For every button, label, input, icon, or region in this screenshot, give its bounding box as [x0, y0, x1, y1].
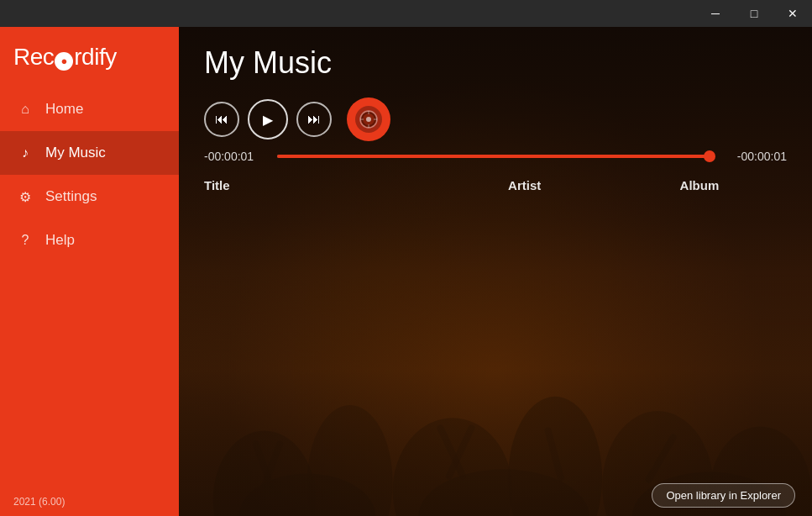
logo-post: rdify [74, 44, 116, 70]
sidebar-item-help[interactable]: ?Help [0, 219, 179, 262]
settings-icon: ⚙ [17, 189, 34, 205]
col-header-artist: Artist [437, 178, 612, 192]
track-list-header: Title Artist Album [179, 170, 812, 201]
disc-inner [355, 106, 382, 133]
play-button[interactable]: ▶ [248, 99, 288, 140]
progress-track[interactable] [277, 155, 714, 158]
progress-area: -00:00:01 -00:00:01 [179, 150, 812, 163]
disc-svg [359, 110, 378, 129]
svg-point-16 [366, 117, 371, 122]
sidebar: Rec●rdify ⌂Home♪My Music⚙Settings?Help 2… [0, 27, 179, 516]
sidebar-nav: ⌂Home♪My Music⚙Settings?Help [0, 87, 179, 262]
app-logo: Rec●rdify [13, 44, 117, 71]
sidebar-item-label-my-music: My Music [45, 145, 106, 161]
sidebar-item-my-music[interactable]: ♪My Music [0, 131, 179, 175]
page-title: My Music [179, 27, 812, 89]
next-button[interactable]: ⏭ [296, 102, 332, 137]
disc-icon[interactable] [347, 97, 390, 141]
maximize-button[interactable]: □ [735, 0, 773, 27]
logo-pre: Rec [13, 44, 54, 70]
time-remaining: -00:00:01 [724, 150, 787, 163]
bottom-bar: Open library in Explorer [179, 475, 812, 516]
help-icon: ? [17, 233, 34, 248]
main-content: My Music ⏮ ▶ ⏭ [179, 27, 812, 516]
close-button[interactable]: ✕ [773, 0, 812, 27]
content-area: My Music ⏮ ▶ ⏭ [179, 27, 812, 516]
logo-icon: ● [55, 52, 73, 71]
sidebar-item-home[interactable]: ⌂Home [0, 87, 179, 131]
title-bar: ─ □ ✕ [0, 0, 812, 27]
sidebar-item-settings[interactable]: ⚙Settings [0, 175, 179, 219]
my-music-icon: ♪ [17, 145, 34, 161]
app-container: Rec●rdify ⌂Home♪My Music⚙Settings?Help 2… [0, 27, 812, 516]
sidebar-item-label-help: Help [45, 232, 75, 249]
open-library-button[interactable]: Open library in Explorer [652, 483, 795, 508]
col-header-title: Title [204, 178, 437, 192]
sidebar-version: 2021 (6.00) [0, 487, 179, 516]
sidebar-item-label-home: Home [45, 101, 83, 118]
sidebar-item-label-settings: Settings [45, 188, 97, 205]
previous-button[interactable]: ⏮ [204, 102, 239, 137]
progress-fill [277, 155, 710, 158]
home-icon: ⌂ [17, 102, 34, 117]
progress-thumb[interactable] [704, 150, 715, 162]
time-elapsed: -00:00:01 [204, 150, 267, 163]
logo-area: Rec●rdify [0, 27, 179, 87]
player-controls: ⏮ ▶ ⏭ [179, 89, 812, 150]
col-header-album: Album [612, 178, 787, 192]
minimize-button[interactable]: ─ [696, 0, 735, 27]
